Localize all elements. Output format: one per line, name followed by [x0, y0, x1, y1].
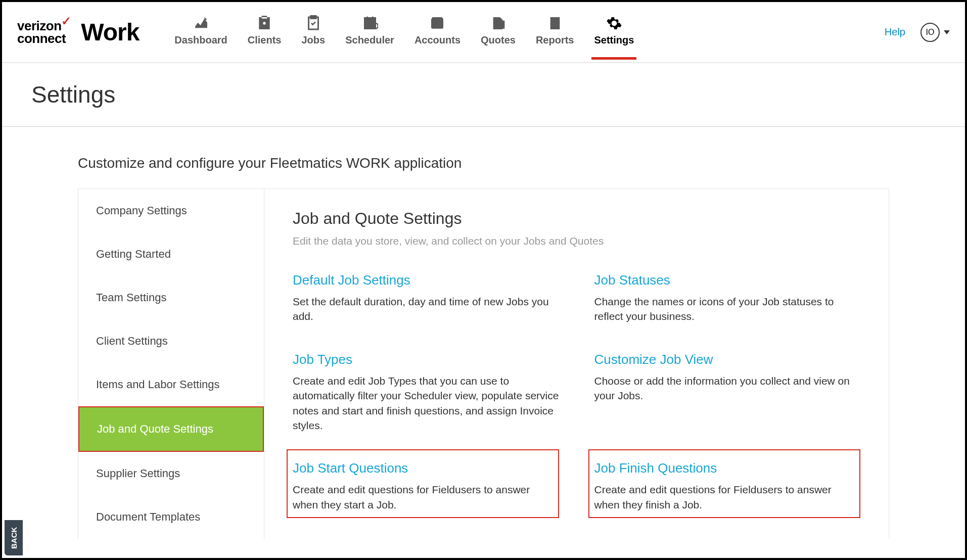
sidebar-item-company-settings[interactable]: Company Settings [78, 189, 264, 232]
sidebar-item-supplier-settings[interactable]: Supplier Settings [78, 452, 264, 495]
nav-reports[interactable]: Reports [536, 5, 574, 59]
sidebar-item-label: Document Templates [96, 510, 200, 523]
card-title-link[interactable]: Job Statuses [594, 272, 861, 288]
card-title-link[interactable]: Job Finish Questions [594, 460, 855, 476]
sidebar-item-label: Company Settings [96, 204, 187, 217]
page-subtitle: Customize and configure your Fleetmatics… [78, 155, 889, 171]
sidebar-item-label: Items and Labor Settings [96, 378, 220, 391]
nav-settings[interactable]: Settings [594, 5, 634, 59]
sidebar-item-label: Team Settings [96, 291, 166, 304]
top-navigation-bar: ✓ verizon connect Work Dashboard Clients… [2, 2, 965, 63]
settings-sidebar: Company Settings Getting Started Team Se… [78, 189, 264, 539]
card-description: Change the names or icons of your Job st… [594, 294, 861, 324]
panel-heading: Job and Quote Settings [293, 209, 860, 228]
card-job-finish-questions: Job Finish Questions Create and edit que… [588, 449, 861, 518]
sidebar-item-label: Supplier Settings [96, 467, 180, 480]
sidebar-item-document-templates[interactable]: Document Templates [78, 495, 264, 539]
card-customize-job-view: Customize Job View Choose or add the inf… [594, 352, 861, 433]
verizon-text-1: verizon [17, 20, 66, 32]
user-avatar: IO [920, 23, 940, 42]
card-title-link[interactable]: Default Job Settings [293, 272, 559, 288]
sidebar-item-job-quote-settings[interactable]: Job and Quote Settings [78, 406, 264, 452]
card-description: Choose or add the information you collec… [594, 374, 861, 403]
card-job-start-questions: Job Start Questions Create and edit ques… [287, 449, 559, 518]
verizon-check-icon: ✓ [61, 16, 71, 27]
nav-clients[interactable]: Clients [248, 5, 282, 59]
sidebar-item-items-labor-settings[interactable]: Items and Labor Settings [78, 363, 264, 406]
sidebar-item-label: Job and Quote Settings [97, 423, 213, 435]
work-logo: Work [81, 18, 139, 46]
nav-scheduler[interactable]: Scheduler [345, 5, 394, 59]
nav-label: Quotes [481, 34, 516, 46]
user-menu[interactable]: IO [920, 23, 950, 42]
sidebar-item-getting-started[interactable]: Getting Started [78, 232, 264, 276]
dashboard-icon [193, 15, 209, 31]
quotes-icon [490, 15, 506, 31]
content-area: Customize and configure your Fleetmatics… [2, 127, 965, 539]
page-title: Settings [31, 81, 936, 108]
sidebar-item-client-settings[interactable]: Client Settings [78, 319, 264, 363]
verizon-connect-logo: ✓ verizon connect [17, 20, 66, 44]
sidebar-item-label: Client Settings [96, 335, 168, 347]
nav-quotes[interactable]: Quotes [481, 5, 516, 59]
card-grid: Default Job Settings Set the default dur… [293, 272, 860, 518]
card-title-link[interactable]: Customize Job View [594, 352, 861, 367]
card-title-link[interactable]: Job Start Questions [293, 460, 553, 476]
nav-items: Dashboard Clients Jobs Scheduler Account… [174, 5, 885, 59]
nav-jobs[interactable]: Jobs [301, 5, 325, 59]
nav-label: Reports [536, 34, 574, 46]
card-description: Create and edit Job Types that you can u… [293, 374, 559, 433]
reports-icon [547, 15, 563, 31]
svg-rect-1 [364, 18, 375, 28]
card-default-job-settings: Default Job Settings Set the default dur… [293, 272, 559, 324]
jobs-icon [305, 15, 321, 31]
card-description: Create and edit questions for Fieldusers… [594, 482, 855, 512]
nav-label: Settings [594, 34, 634, 46]
page-title-section: Settings [2, 63, 965, 127]
nav-label: Scheduler [345, 34, 394, 46]
settings-layout: Company Settings Getting Started Team Se… [78, 189, 889, 539]
nav-label: Jobs [301, 34, 325, 46]
chevron-down-icon [944, 30, 950, 34]
sidebar-item-team-settings[interactable]: Team Settings [78, 276, 264, 319]
nav-dashboard[interactable]: Dashboard [174, 5, 227, 59]
card-job-statuses: Job Statuses Change the names or icons o… [594, 272, 861, 324]
main-panel: Job and Quote Settings Edit the data you… [264, 189, 889, 539]
logo-group: ✓ verizon connect Work [17, 18, 139, 46]
sidebar-item-label: Getting Started [96, 248, 171, 260]
back-tab-button[interactable]: BACK [5, 520, 23, 555]
card-job-types: Job Types Create and edit Job Types that… [293, 352, 559, 433]
card-description: Create and edit questions for Fieldusers… [293, 482, 553, 512]
accounts-icon [429, 15, 445, 31]
scheduler-icon [362, 15, 378, 31]
card-description: Set the default duration, day and time o… [293, 294, 559, 324]
card-title-link[interactable]: Job Types [293, 352, 559, 367]
clients-icon [256, 15, 272, 31]
panel-subtext: Edit the data you store, view, and colle… [293, 235, 860, 247]
nav-label: Dashboard [174, 34, 227, 46]
settings-icon [606, 15, 622, 31]
topbar-right: Help IO [885, 23, 950, 42]
help-link[interactable]: Help [885, 26, 905, 38]
nav-accounts[interactable]: Accounts [415, 5, 461, 59]
nav-label: Accounts [415, 34, 461, 46]
nav-label: Clients [248, 34, 282, 46]
verizon-text-2: connect [17, 32, 66, 45]
